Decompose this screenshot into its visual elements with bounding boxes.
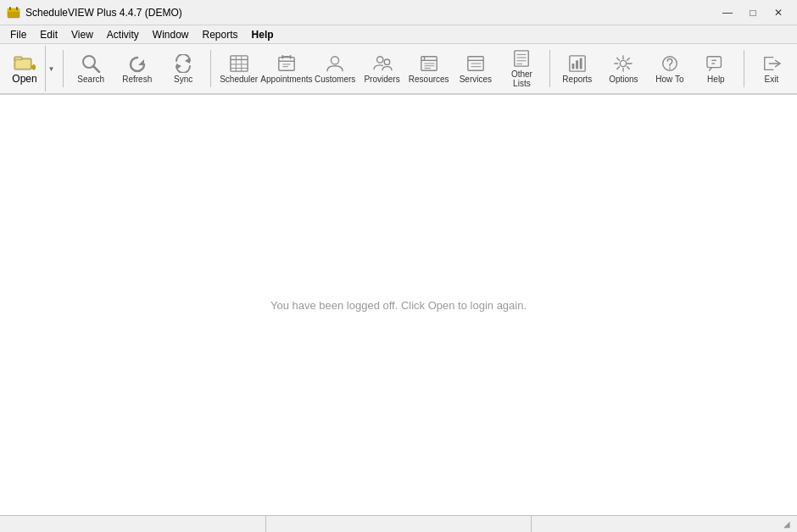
scheduler-icon [229, 54, 249, 73]
title-bar: ScheduleVIEW Plus 4.4.7 (DEMO) — □ ✕ [0, 0, 797, 25]
menu-edit[interactable]: Edit [33, 25, 64, 43]
search-icon [81, 54, 101, 73]
exit-button[interactable]: Exit [750, 46, 794, 91]
menu-help[interactable]: Help [245, 25, 281, 43]
title-text: ScheduleVIEW Plus 4.4.7 (DEMO) [25, 7, 182, 19]
customers-icon [325, 54, 345, 73]
appointments-label: Appointments [260, 75, 312, 84]
menu-view[interactable]: View [64, 25, 100, 43]
title-bar-left: ScheduleVIEW Plus 4.4.7 (DEMO) [7, 6, 182, 19]
howto-icon [660, 54, 680, 73]
menu-window[interactable]: Window [146, 25, 196, 43]
services-icon [465, 54, 486, 73]
app-icon [7, 6, 20, 19]
exit-label: Exit [765, 75, 779, 84]
status-section-1 [0, 516, 266, 532]
howto-button[interactable]: How To [648, 46, 693, 91]
separator-1 [63, 50, 64, 87]
refresh-label: Refresh [122, 75, 152, 84]
open-button-group[interactable]: ◆ Open ▼ [3, 46, 58, 91]
resources-icon [419, 54, 439, 73]
scheduler-button[interactable]: Scheduler [216, 46, 261, 91]
help-label: Help [707, 75, 725, 84]
maximize-button[interactable]: □ [741, 3, 765, 22]
howto-label: How To [655, 75, 683, 84]
toolbar: ◆ Open ▼ Search Refresh Sync [0, 44, 797, 95]
svg-rect-21 [281, 54, 283, 58]
open-dropdown-arrow[interactable]: ▼ [45, 46, 57, 91]
minimize-button[interactable]: — [716, 3, 739, 22]
services-label: Services [460, 75, 492, 84]
help-icon [705, 54, 726, 73]
menu-bar: File Edit View Activity Window Reports H… [0, 25, 797, 44]
customers-button[interactable]: Customers [312, 46, 358, 91]
svg-rect-50 [707, 56, 722, 67]
logged-off-message: You have been logged off. Click Open to … [270, 299, 527, 312]
svg-text:◆: ◆ [31, 62, 36, 71]
close-button[interactable]: ✕ [766, 3, 790, 22]
refresh-icon [127, 54, 148, 73]
status-bar: ◢ [0, 515, 797, 532]
resources-button[interactable]: Resources [406, 46, 452, 91]
open-button[interactable]: ◆ Open [4, 46, 45, 91]
svg-point-47 [621, 60, 627, 66]
svg-point-27 [384, 58, 389, 64]
customers-label: Customers [315, 75, 355, 84]
options-button[interactable]: Options [601, 46, 646, 91]
svg-rect-45 [576, 60, 578, 69]
providers-button[interactable]: Providers [359, 46, 404, 91]
svg-marker-10 [138, 59, 144, 65]
search-button[interactable]: Search [69, 46, 114, 91]
svg-rect-3 [16, 7, 18, 10]
open-icon: ◆ [14, 53, 36, 71]
open-label: Open [12, 73, 36, 85]
reports-button[interactable]: Reports [555, 46, 600, 91]
appointments-icon [276, 54, 297, 73]
otherlists-label: Other Lists [502, 69, 542, 88]
svg-rect-5 [14, 57, 22, 60]
otherlists-icon [511, 49, 532, 68]
sync-label: Sync [174, 75, 192, 84]
menu-reports[interactable]: Reports [196, 25, 245, 43]
separator-4 [744, 50, 744, 87]
scheduler-label: Scheduler [220, 75, 258, 84]
appointments-button[interactable]: Appointments [263, 46, 310, 91]
menu-activity[interactable]: Activity [100, 25, 146, 43]
svg-rect-22 [290, 54, 292, 58]
services-button[interactable]: Services [454, 46, 499, 91]
svg-point-25 [332, 56, 339, 64]
main-content: You have been logged off. Click Open to … [0, 95, 797, 515]
svg-point-49 [669, 67, 671, 69]
resources-label: Resources [409, 75, 449, 84]
svg-marker-12 [176, 64, 181, 69]
menu-file[interactable]: File [3, 25, 33, 43]
svg-rect-13 [231, 55, 248, 70]
svg-rect-19 [279, 57, 294, 70]
reports-label: Reports [562, 75, 592, 84]
svg-point-26 [376, 56, 382, 62]
window-controls[interactable]: — □ ✕ [716, 3, 790, 22]
sync-icon [173, 54, 193, 73]
help-button[interactable]: Help [694, 46, 738, 91]
refresh-button[interactable]: Refresh [114, 46, 159, 91]
options-icon [613, 54, 633, 73]
reports-icon [567, 54, 588, 73]
providers-icon [372, 54, 393, 73]
status-section-2 [266, 516, 532, 532]
separator-2 [210, 50, 211, 87]
otherlists-button[interactable]: Other Lists [499, 46, 544, 91]
svg-rect-2 [9, 7, 11, 10]
svg-marker-11 [185, 58, 190, 64]
svg-rect-6 [16, 60, 30, 68]
exit-icon [761, 54, 782, 73]
separator-3 [549, 50, 550, 87]
providers-label: Providers [364, 75, 399, 84]
search-label: Search [77, 75, 104, 84]
svg-rect-46 [580, 58, 582, 69]
resize-handle: ◢ [783, 519, 794, 529]
options-label: Options [609, 75, 638, 84]
status-section-3: ◢ [532, 516, 797, 532]
svg-line-9 [93, 66, 99, 72]
svg-rect-44 [571, 64, 574, 69]
sync-button[interactable]: Sync [161, 46, 206, 91]
